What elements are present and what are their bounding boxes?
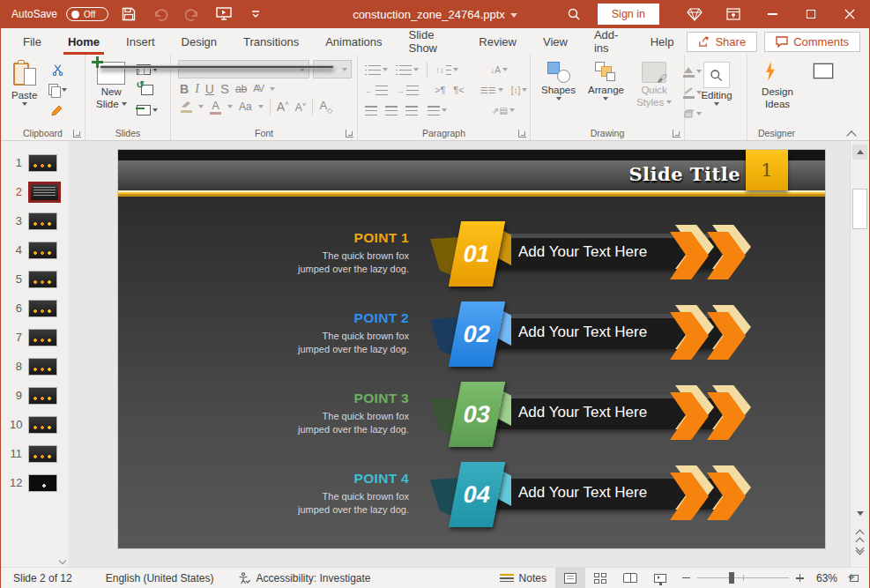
slide-thumbnail-row[interactable]: 3 — [1, 206, 69, 235]
accessibility-status[interactable]: Accessibility: Investigate — [229, 568, 379, 588]
thumbnail-image[interactable] — [28, 445, 57, 463]
normal-view-button[interactable] — [555, 568, 585, 588]
maximize-button[interactable] — [792, 0, 830, 28]
underline-button[interactable]: U — [205, 83, 214, 95]
thumbnail-image[interactable] — [28, 154, 57, 172]
collapse-ribbon-icon[interactable] — [848, 130, 857, 137]
convert-smartart-button[interactable]: ⇗▤ — [492, 102, 515, 118]
quick-styles-button[interactable]: Quick Styles — [633, 60, 675, 126]
panel-scroll-down-icon[interactable] — [59, 558, 67, 563]
thumbnail-image[interactable] — [28, 242, 57, 259]
slide-point-row[interactable]: POINT 2 The quick brown fox jumped over … — [118, 298, 825, 378]
paragraph-dialog-launcher[interactable] — [518, 130, 526, 138]
comments-button[interactable]: Comments — [764, 32, 860, 52]
zoom-in-button[interactable] — [796, 574, 804, 582]
point-number-badge[interactable]: 02 — [428, 301, 517, 374]
new-slide-button[interactable]: New Slide — [93, 60, 130, 126]
tab-home[interactable]: Home — [55, 28, 113, 55]
text-shadow-button[interactable]: S — [220, 82, 229, 95]
reading-view-button[interactable] — [615, 568, 645, 588]
point-label[interactable]: POINT 3 — [215, 391, 409, 406]
grow-font-button[interactable]: A˄ — [277, 100, 289, 113]
rtl-button[interactable]: ¶< — [453, 85, 464, 95]
thumbnail-image[interactable] — [28, 416, 57, 434]
slide-sorter-view-button[interactable] — [585, 568, 615, 588]
paste-dropdown-caret[interactable] — [22, 102, 27, 106]
tab-slide-show[interactable]: Slide Show — [395, 28, 465, 55]
arrange-button[interactable]: Arrange — [584, 60, 628, 126]
thumbnail-image[interactable] — [28, 271, 57, 288]
thumbnail-image[interactable] — [28, 182, 61, 203]
tab-design[interactable]: Design — [168, 28, 230, 55]
ribbon-display-options-icon[interactable] — [714, 0, 753, 28]
font-dialog-launcher[interactable] — [346, 130, 353, 138]
minimize-button[interactable] — [753, 0, 792, 28]
thumbnail-image[interactable] — [28, 300, 57, 317]
change-case-button[interactable]: Aa — [239, 101, 252, 112]
format-painter-button[interactable] — [46, 102, 69, 118]
point-description[interactable]: The quick brown fox jumped over the lazy… — [290, 410, 409, 436]
thumbnail-image[interactable] — [28, 474, 57, 492]
next-slide-button[interactable] — [855, 548, 865, 557]
thumbnail-image[interactable] — [28, 212, 57, 230]
coming-soon-gem-icon[interactable] — [675, 0, 714, 28]
point-number-badge[interactable]: 04 — [428, 462, 517, 534]
language-status[interactable]: English (United States) — [97, 568, 223, 588]
tab-transitions[interactable]: Transitions — [230, 28, 312, 55]
notes-button[interactable]: Notes — [491, 568, 555, 588]
bold-button[interactable]: B — [180, 83, 189, 95]
font-size-combobox[interactable] — [313, 60, 352, 78]
undo-icon[interactable] — [149, 3, 172, 26]
decrease-indent-button[interactable]: ← — [365, 82, 388, 98]
drawing-dialog-launcher[interactable] — [673, 130, 680, 138]
text-direction-button[interactable]: ↓A — [487, 62, 510, 78]
slide-thumbnail-row[interactable]: 11 — [1, 439, 69, 468]
slide-point-row[interactable]: POINT 4 The quick brown fox jumped over … — [118, 458, 825, 539]
point-label[interactable]: POINT 1 — [215, 230, 409, 246]
thumbnail-image[interactable] — [28, 358, 57, 376]
slide-thumbnail-row[interactable]: 6 — [1, 294, 69, 323]
slide-thumbnail-row[interactable]: 10 — [1, 410, 69, 439]
slide-title-text[interactable]: Slide Title — [628, 163, 740, 185]
align-text-button[interactable]: [↕] — [511, 82, 528, 98]
numbering-button[interactable] — [396, 62, 419, 78]
tab-view[interactable]: View — [530, 28, 581, 55]
slide-thumbnail-row[interactable]: 1 — [1, 148, 69, 177]
tab-file[interactable]: File — [10, 28, 55, 55]
share-button[interactable]: Share — [687, 32, 757, 52]
shrink-font-button[interactable]: A˅ — [295, 101, 307, 113]
strikethrough-button[interactable]: ab — [235, 84, 247, 94]
shapes-button[interactable]: Shapes — [538, 60, 579, 126]
tab-insert[interactable]: Insert — [113, 28, 168, 55]
autosave-toggle[interactable]: Off — [66, 7, 108, 21]
previous-slide-button[interactable] — [855, 529, 865, 538]
slide-number-box[interactable]: 1 — [746, 150, 788, 190]
point-description[interactable]: The quick brown fox jumped over the lazy… — [290, 249, 409, 276]
slide-thumbnail-row[interactable]: 4 — [1, 235, 69, 264]
character-spacing-button[interactable]: AV — [253, 84, 264, 93]
slide-thumbnail-row[interactable]: 7 — [1, 323, 69, 352]
zoom-out-button[interactable] — [682, 577, 690, 579]
ltr-button[interactable]: >¶ — [435, 85, 445, 95]
slide-point-row[interactable]: POINT 1 The quick brown fox jumped over … — [118, 218, 825, 298]
tab-help[interactable]: Help — [637, 28, 688, 55]
tab-add-ins[interactable]: Add-ins — [581, 28, 637, 55]
paste-button[interactable]: Paste — [8, 60, 41, 126]
scrollbar-thumb[interactable] — [852, 189, 867, 229]
justify-button[interactable] — [426, 102, 449, 118]
italic-button[interactable]: I — [195, 83, 199, 95]
editing-button[interactable]: Editing — [697, 60, 735, 126]
align-center-button[interactable] — [385, 106, 398, 115]
scroll-up-button[interactable] — [852, 145, 867, 160]
tab-animations[interactable]: Animations — [312, 28, 395, 55]
sign-in-button[interactable]: Sign in — [598, 4, 659, 25]
cut-button[interactable] — [46, 62, 69, 78]
search-icon[interactable] — [562, 3, 585, 26]
increase-indent-button[interactable]: → — [396, 82, 419, 98]
point-number-badge[interactable]: 03 — [428, 382, 517, 454]
slideshow-view-button[interactable] — [645, 568, 675, 588]
bullets-button[interactable] — [365, 62, 388, 78]
slide-thumbnail-row[interactable]: 9 — [1, 381, 69, 410]
slide-number-status[interactable]: Slide 2 of 12 — [4, 568, 81, 588]
zoom-slider-track[interactable] — [697, 577, 789, 579]
